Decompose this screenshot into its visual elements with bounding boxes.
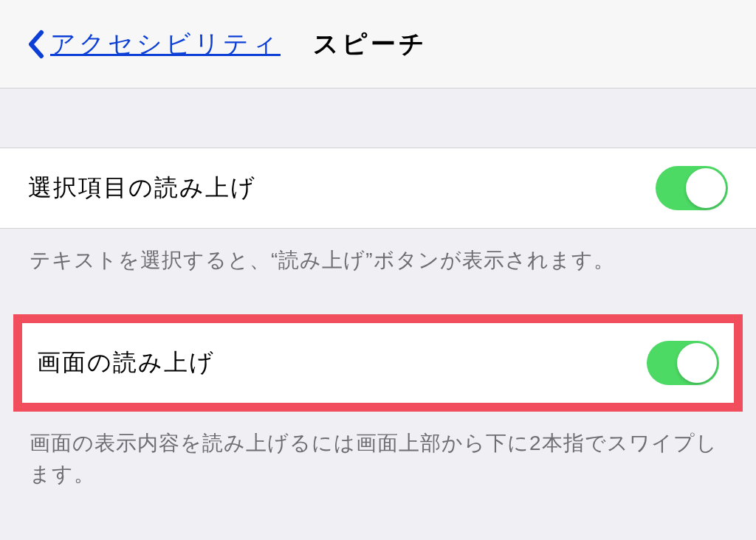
description-speak-selection: テキストを選択すると、“読み上げ”ボタンが表示されます。 [0, 229, 756, 292]
back-label: アクセシビリティ [50, 27, 281, 61]
toggle-speak-screen[interactable] [647, 341, 719, 385]
row-label: 選択項目の読み上げ [28, 172, 256, 204]
toggle-knob [686, 168, 726, 208]
page-title: スピーチ [313, 27, 427, 61]
toggle-knob [677, 343, 717, 383]
description-speak-screen: 画面の表示内容を読み上げるには画面上部から下に2本指でスワイプします。 [0, 412, 756, 506]
highlight-box: 画面の読み上げ [13, 314, 743, 412]
toggle-speak-selection[interactable] [656, 166, 728, 210]
row-label: 画面の読み上げ [37, 347, 215, 379]
back-button[interactable]: アクセシビリティ [27, 27, 281, 61]
chevron-back-icon [27, 30, 44, 59]
section-speak-selection: 選択項目の読み上げ テキストを選択すると、“読み上げ”ボタンが表示されます。 [0, 148, 756, 292]
row-speak-screen: 画面の読み上げ [22, 323, 734, 403]
row-speak-selection: 選択項目の読み上げ [0, 148, 756, 229]
nav-bar: アクセシビリティ スピーチ [0, 0, 756, 89]
